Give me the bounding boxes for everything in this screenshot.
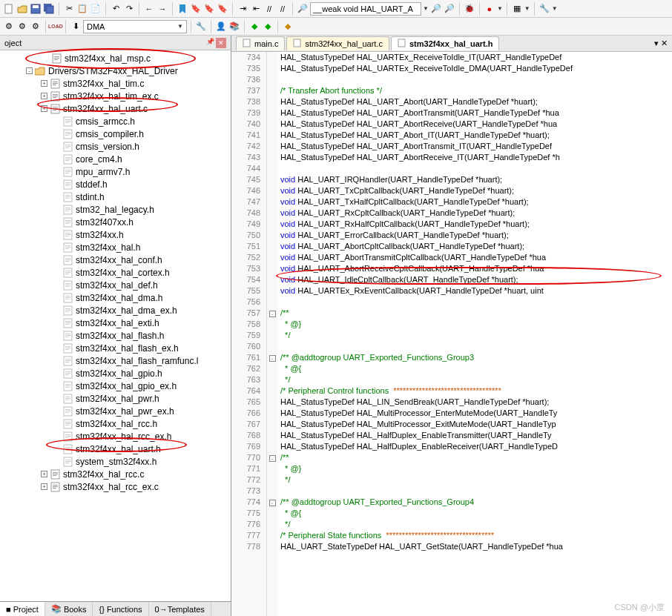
nav-back-icon[interactable]: ← [143, 3, 155, 15]
bottom-tab[interactable]: 0→Templates [149, 602, 211, 616]
tree-node[interactable]: stm32f4xx_hal_pwr_ex.h [0, 405, 231, 417]
target-combo[interactable]: DMA▼ [83, 20, 187, 33]
tree-node[interactable]: stm32f4xx_hal_flash_ramfunc.l [0, 354, 231, 367]
open-icon[interactable] [16, 3, 28, 15]
tree-label: stddef.h [76, 179, 108, 190]
load-icon[interactable]: LOAD [50, 21, 62, 33]
comment-icon[interactable]: // [263, 3, 275, 15]
indent-icon[interactable]: ⇥ [237, 3, 248, 15]
new-icon[interactable] [3, 3, 15, 15]
tree-node[interactable]: cmsis_version.h [0, 140, 231, 153]
tree-node[interactable]: stm32f4xx_hal_dma.h [0, 291, 231, 304]
save-icon[interactable] [30, 3, 42, 15]
panel-close-icon[interactable]: ✕ [216, 38, 226, 48]
books-icon[interactable]: 📚 [228, 21, 240, 33]
editor-tab[interactable]: stm32f4xx_hal_uart.h [391, 36, 500, 50]
tree-node[interactable]: stm32f4xx_hal_cortex.h [0, 266, 231, 279]
tree-node[interactable]: core_cm4.h [0, 153, 231, 165]
tree-node[interactable]: stm32f407xx.h [0, 216, 231, 228]
search-dropdown-icon[interactable]: ▼ [423, 5, 429, 12]
tree-node[interactable]: stm32f4xx_hal_def.h [0, 279, 231, 291]
config-icon[interactable]: 🔧 [538, 3, 550, 15]
tree-node[interactable]: +stm32f4xx_hal_rcc.c [0, 468, 231, 480]
file-c-icon [51, 53, 62, 64]
bottom-tab[interactable]: {} Functions [93, 602, 148, 616]
tree-node[interactable]: mpu_armv7.h [0, 165, 231, 178]
find-prev-icon[interactable]: 🔎 [430, 3, 442, 15]
uncomment-icon[interactable]: // [277, 3, 289, 15]
editor-tabs-menu[interactable]: ▾ ✕ [650, 39, 672, 48]
build-target-icon[interactable]: ⚙ [3, 21, 15, 33]
find-next-icon[interactable]: 🔎 [444, 3, 455, 15]
pack-icon[interactable]: ◆ [248, 21, 260, 33]
undo-icon[interactable]: ↶ [110, 3, 122, 15]
pack2-icon[interactable]: ◆ [262, 21, 274, 33]
project-tree[interactable]: stm32f4xx_hal_msp.c-Drivers/STM32F4xx_HA… [0, 50, 231, 601]
tree-node[interactable]: stm32f4xx_hal_pwr.h [0, 392, 231, 405]
runtime-icon[interactable]: ◆ [282, 21, 294, 33]
editor-tab[interactable]: main.c [236, 36, 285, 50]
file-h-icon [62, 116, 73, 127]
search-input[interactable] [310, 2, 421, 16]
tree-node[interactable]: -Drivers/STM32F4xx_HAL_Driver [0, 64, 231, 77]
tree-label: stm32f4xx_hal_flash_ex.h [76, 343, 179, 354]
tree-node[interactable]: cmsis_armcc.h [0, 115, 231, 127]
tree-node[interactable]: stm32f4xx_hal_uart.h [0, 443, 231, 455]
fold-column[interactable]: - - - - [267, 52, 277, 616]
rebuild-icon[interactable]: ⚙ [30, 21, 42, 33]
cut-icon[interactable]: ✂ [63, 3, 75, 15]
save-all-icon[interactable] [43, 3, 55, 15]
window-icon[interactable]: ▦ [511, 3, 523, 15]
tree-node[interactable]: stm32_hal_legacy.h [0, 203, 231, 216]
code-editor[interactable]: 734 735 736 737 738 739 740 741 742 743 … [231, 52, 672, 616]
tree-node[interactable]: stm32f4xx_hal_exti.h [0, 317, 231, 329]
bookmark-prev-icon[interactable]: 🔖 [190, 3, 202, 15]
tree-node[interactable]: +stm32f4xx_hal_tim_ex.c [0, 90, 231, 102]
tree-node[interactable]: stm32f4xx_hal_gpio.h [0, 367, 231, 380]
tree-node[interactable]: stm32f4xx_hal_msp.c [0, 52, 231, 64]
tree-node[interactable]: stddef.h [0, 178, 231, 191]
breakpoint-icon[interactable]: ● [484, 3, 495, 15]
find-icon[interactable]: 🔎 [297, 3, 309, 15]
manage-icon[interactable]: 👤 [215, 21, 227, 33]
tree-node[interactable]: stm32f4xx_hal.h [0, 241, 231, 254]
copy-icon[interactable]: 📋 [76, 3, 88, 15]
nav-fwd-icon[interactable]: → [157, 3, 168, 15]
svg-rect-141 [243, 39, 250, 47]
outdent-icon[interactable]: ⇤ [250, 3, 262, 15]
tree-node[interactable]: stm32f4xx_hal_flash.h [0, 329, 231, 342]
download-icon[interactable]: ⬇ [70, 21, 82, 33]
file-h-icon [62, 268, 73, 278]
bottom-tab[interactable]: 📚Books [45, 602, 93, 616]
tree-node[interactable]: stm32f4xx_hal_gpio_ex.h [0, 380, 231, 392]
bookmark-icon[interactable] [177, 3, 188, 15]
debug-icon[interactable]: 🐞 [464, 3, 475, 15]
search-box[interactable]: 🔎 ▼ [297, 2, 429, 16]
paste-icon[interactable]: 📄 [90, 3, 102, 15]
bookmark-next-icon[interactable]: 🔖 [203, 3, 215, 15]
tree-node[interactable]: cmsis_compiler.h [0, 127, 231, 140]
svg-rect-40 [65, 173, 69, 173]
build-icon[interactable]: ⚙ [16, 21, 28, 33]
editor-tab[interactable]: stm32f4xx_hal_uart.c [286, 36, 389, 50]
tree-node[interactable]: +stm32f4xx_hal_uart.c [0, 102, 231, 115]
options-icon[interactable]: 🔧 [195, 21, 207, 33]
bottom-tab[interactable]: ■Project [0, 602, 45, 616]
tree-node[interactable]: system_stm32f4xx.h [0, 455, 231, 468]
tree-node[interactable]: stm32f4xx_hal_conf.h [0, 254, 231, 266]
svg-rect-115 [65, 411, 70, 411]
code-lines[interactable]: HAL_StatusTypeDef HAL_UARTEx_ReceiveToId… [277, 52, 672, 616]
tree-node[interactable]: +stm32f4xx_hal_rcc_ex.c [0, 480, 231, 493]
bookmark-clear-icon[interactable]: 🔖 [217, 3, 228, 15]
tree-node[interactable]: stm32f4xx.h [0, 228, 231, 241]
tree-node[interactable]: stm32f4xx_hal_dma_ex.h [0, 304, 231, 317]
svg-rect-122 [65, 434, 70, 435]
tree-node[interactable]: stm32f4xx_hal_rcc_ex.h [0, 430, 231, 443]
tree-node[interactable]: stm32f4xx_hal_rcc.h [0, 417, 231, 430]
tree-node[interactable]: +stm32f4xx_hal_tim.c [0, 77, 231, 90]
panel-pin-icon[interactable]: 📌 [206, 38, 214, 48]
tree-node[interactable]: stm32f4xx_hal_flash_ex.h [0, 342, 231, 354]
redo-icon[interactable]: ↷ [123, 3, 135, 15]
file-h-icon [62, 406, 73, 417]
tree-node[interactable]: stdint.h [0, 191, 231, 203]
